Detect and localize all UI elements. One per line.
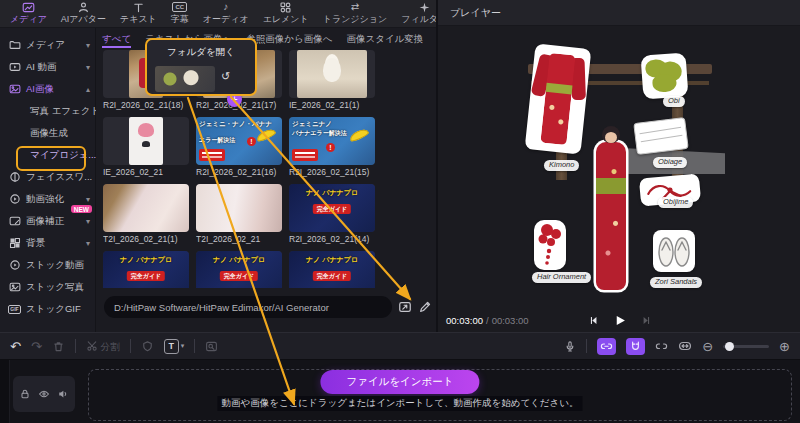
media-tab-reference-to-image[interactable]: 参照画像から画像へ [246, 31, 332, 48]
tab-label: テキスト [120, 13, 157, 26]
thumbnail-title: ナノ バナナプロ [292, 189, 372, 197]
thumbnail-image: ナノ バナナプロ 完全ガイド [289, 184, 375, 232]
hair-ornament-label: Hair Ornament [532, 272, 591, 283]
total-time: 00:03:00 [492, 315, 529, 326]
banana-graphic [255, 127, 277, 143]
sidebar-item-stock-photo[interactable]: ストック写真 [0, 276, 95, 298]
media-icon [22, 1, 35, 13]
marker-badge-icon[interactable] [141, 340, 154, 353]
ai-video-icon [8, 61, 21, 74]
link-clips-icon[interactable] [597, 338, 616, 355]
previous-frame-button[interactable] [589, 315, 600, 326]
sidebar-item-image-generation[interactable]: 画像生成 [0, 122, 95, 144]
sidebar-item-face-swap[interactable]: フェイススワ... ▾ [0, 166, 95, 188]
redo-icon[interactable]: ↷ [31, 340, 42, 353]
subtitles-cc-icon: CC [172, 1, 187, 13]
thumbnail-subtitle: エラー解決法 [199, 136, 235, 145]
sidebar-item-background[interactable]: 背景 ▾ [0, 232, 95, 254]
new-badge: NEW [71, 205, 92, 213]
speaker-icon[interactable] [57, 388, 69, 400]
eye-icon[interactable] [38, 388, 50, 400]
zoom-tool-icon[interactable] [205, 340, 218, 353]
tab-label: オーディオ [203, 13, 249, 26]
banana-graphic [348, 127, 370, 143]
zori-sandals-sticker [653, 230, 695, 272]
music-note-icon: ♪ [223, 1, 228, 13]
stock-gif-icon: GIF [8, 303, 21, 316]
import-file-button[interactable]: ファイルをインポート [320, 370, 479, 394]
lock-icon[interactable] [19, 388, 31, 400]
track-header [13, 376, 75, 412]
obiage-sticker [633, 117, 689, 155]
undo-icon[interactable]: ↶ [10, 340, 21, 353]
thumbnail-title: ナノ バナナプロ [199, 256, 279, 264]
magnet-snap-icon[interactable] [626, 338, 645, 355]
unlink-clips-icon[interactable] [655, 340, 668, 353]
video-enhance-icon [8, 193, 21, 206]
play-button[interactable] [614, 314, 627, 327]
thumbnail-title: ナノ バナナプロ [292, 256, 372, 264]
time-display: 00:03:00 / 00:03:00 [446, 315, 529, 326]
sidebar-item-photo-effects[interactable]: 写真 エフェクト [0, 100, 95, 122]
media-tab-style-transfer[interactable]: 画像スタイル変換 [346, 31, 423, 48]
tab-text[interactable]: テキスト [114, 0, 163, 27]
zoom-out-icon[interactable]: ⊖ [702, 340, 713, 353]
split-button[interactable]: 分割 [86, 340, 120, 353]
sidebar-item-stock-video[interactable]: ストック動画 [0, 254, 95, 276]
tab-elements[interactable]: エレメント [257, 0, 315, 27]
media-item[interactable]: ジェミニ・ナノ・バナナ エラー解決法 ! R2I_2026_02_21(16) [196, 117, 282, 178]
thumbnail-image [103, 184, 189, 232]
tab-subtitles[interactable]: CC 字幕 [165, 0, 195, 27]
thumbnail-image [196, 184, 282, 232]
microphone-icon[interactable] [564, 340, 576, 353]
sidebar-item-my-projects[interactable]: マイプロジェ... [0, 144, 95, 166]
open-folder-icon[interactable] [398, 300, 412, 314]
thumbnail-title: ジェミニナノ [292, 120, 372, 128]
hair-ornament-sticker [534, 220, 566, 270]
text-tool-icon: T [164, 339, 179, 354]
sidebar-item-label: AI画像 [26, 83, 54, 96]
media-item[interactable]: IE_2026_02_21 [103, 117, 189, 178]
timeline-zoom-slider[interactable] [723, 345, 769, 348]
media-item-label: R2I_2026_02_21(15) [289, 166, 375, 178]
next-frame-button[interactable] [641, 315, 652, 326]
media-item[interactable]: ジェミニナノ バナナエラー解決法 ! R2I_2026_02_21(15) [289, 117, 375, 178]
tab-media[interactable]: メディア [4, 0, 53, 27]
tab-transitions[interactable]: ⇄ トランジション [317, 0, 393, 27]
kimono-label: Kimono [544, 160, 579, 171]
delete-icon[interactable] [52, 340, 65, 353]
fit-timeline-icon[interactable] [678, 339, 692, 353]
slider-handle[interactable] [725, 342, 734, 351]
chevron-down-icon: ▾ [86, 217, 90, 226]
text-tool-button[interactable]: T ▾ [164, 339, 185, 354]
media-item[interactable]: T2I_2026_02_21 [196, 184, 282, 245]
open-folder-tooltip[interactable]: フォルダを開く ↺ [145, 38, 257, 96]
checkerboard-icon [8, 237, 21, 250]
sidebar-item-media[interactable]: メディア ▾ [0, 34, 95, 56]
timeline-toolbar: ↶ ↷ 分割 T ▾ ⊖ ⊕ [0, 332, 800, 360]
image-correction-icon [8, 215, 21, 228]
thumbnail-image: ジェミニ・ナノ・バナナ エラー解決法 ! [196, 117, 282, 165]
media-item-label: R2I_2026_02_21(16) [196, 166, 282, 178]
media-item[interactable]: ナノ バナナプロ 完全ガイド R2I_2026_02_21(14) [289, 184, 375, 245]
folder-path-field[interactable]: D:/HitPaw Software/HitPaw Edimakor/AI Ge… [104, 296, 392, 318]
kimono-woman [590, 126, 632, 298]
obi-sticker [641, 52, 689, 99]
text-icon [132, 1, 145, 13]
media-tab-all[interactable]: すべて [102, 31, 131, 48]
sidebar-item-stock-gif[interactable]: GIF ストックGIF [0, 298, 95, 320]
thumbnail-subtitle: 完全ガイド [313, 204, 351, 214]
zoom-in-icon[interactable]: ⊕ [779, 340, 790, 353]
sidebar-item-image-correction[interactable]: 画像補正 NEW ▾ [0, 210, 95, 232]
thumbnail-title: ナノ バナナプロ [106, 256, 186, 264]
face-swap-icon [8, 171, 21, 184]
sidebar-item-ai-video[interactable]: AI 動画 ▾ [0, 56, 95, 78]
media-item[interactable]: T2I_2026_02_21(1) [103, 184, 189, 245]
edit-pen-icon[interactable] [418, 300, 432, 314]
timeline-area: ファイルをインポート 動画や画像をここにドラッグまたはインポートして、動画作成を… [0, 360, 800, 423]
tab-ai-avatar[interactable]: AIアバター [55, 0, 112, 27]
tab-audio[interactable]: ♪ オーディオ [197, 0, 255, 27]
media-item[interactable]: IE_2026_02_21(1) [289, 50, 375, 111]
sidebar-item-ai-image[interactable]: AI画像 ▴ [0, 78, 95, 100]
zori-sandals-label: Zori Sandals [650, 277, 702, 288]
